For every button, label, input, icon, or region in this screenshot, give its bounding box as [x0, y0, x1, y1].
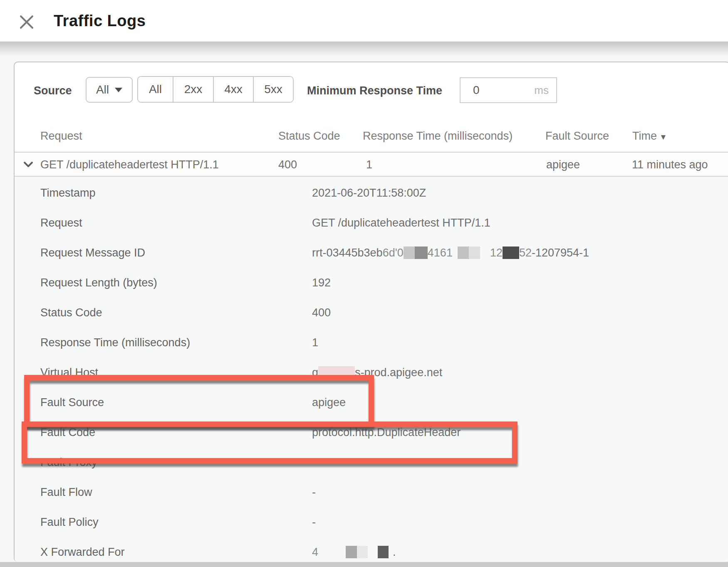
value-text: 12 — [490, 247, 503, 259]
detail-label: Request — [40, 216, 82, 230]
redaction-block — [378, 546, 389, 558]
detail-row: Timestamp 2021-06-20T11:58:00Z — [15, 186, 728, 200]
detail-row: Request GET /duplicateheadertest HTTP/1.… — [15, 216, 728, 230]
redaction-gap — [453, 256, 458, 256]
redaction-block — [503, 247, 519, 259]
detail-value: apigee — [312, 395, 346, 409]
detail-rows: Timestamp 2021-06-20T11:58:00Z Request G… — [15, 177, 728, 562]
detail-row: Virtual Host gs-prod.apigee.net — [15, 365, 728, 380]
redaction-gap — [480, 256, 490, 256]
detail-value: 2021-06-20T11:58:00Z — [312, 186, 426, 200]
column-header-request[interactable]: Request — [40, 129, 82, 143]
detail-value: GET /duplicateheadertest HTTP/1.1 — [312, 216, 490, 230]
value-text: s-prod.apigee.net — [355, 366, 442, 379]
min-response-time-unit: ms — [534, 84, 549, 97]
detail-label: Response Time (milliseconds) — [40, 335, 190, 350]
detail-label: X Forwarded For — [40, 545, 125, 559]
detail-label: Status Code — [40, 306, 102, 320]
detail-row: Response Time (milliseconds) 1 — [15, 335, 728, 350]
detail-value: - — [312, 485, 316, 499]
redaction-gap — [389, 555, 393, 556]
value-text: rrt-03445b3eb — [312, 247, 383, 259]
detail-row: Fault Policy - — [15, 515, 728, 529]
detail-label: Fault Proxy — [40, 455, 97, 469]
min-response-time-input[interactable]: 0 ms — [460, 77, 557, 103]
detail-row: Fault Source apigee — [15, 395, 728, 409]
value-text: 4 — [312, 546, 318, 558]
source-dropdown-value: All — [96, 83, 109, 96]
close-icon[interactable] — [19, 15, 34, 30]
sort-desc-icon: ▼ — [659, 133, 667, 141]
chevron-expand-icon[interactable] — [23, 161, 34, 168]
redaction-block — [469, 247, 480, 259]
redaction-block — [404, 247, 415, 259]
redaction-block — [415, 247, 428, 259]
detail-value: 4. — [312, 545, 396, 559]
detail-value: protocol.http.DuplicateHeader — [312, 425, 461, 439]
page-title: Traffic Logs — [54, 12, 146, 30]
detail-row: Request Message ID rrt-03445b3eb6d'04161… — [15, 246, 728, 260]
detail-value: gs-prod.apigee.net — [312, 365, 442, 380]
value-text: . — [393, 546, 396, 558]
detail-label: Request Length (bytes) — [40, 276, 157, 290]
detail-row: X Forwarded For 4. — [15, 545, 728, 559]
source-filter-label: Source — [34, 84, 72, 97]
row-time: 11 minutes ago — [632, 158, 708, 171]
column-header-time[interactable]: Time▼ — [632, 129, 667, 143]
redaction-block — [346, 546, 357, 558]
detail-label: Virtual Host — [40, 365, 98, 380]
traffic-logs-panel: Source All All 2xx 4xx 5xx Minimum Respo… — [14, 62, 728, 562]
value-text: 4161 — [428, 247, 453, 259]
redaction-gap — [368, 555, 378, 556]
source-dropdown[interactable]: All — [86, 77, 133, 103]
status-filter-5xx-button[interactable]: 5xx — [253, 77, 293, 102]
value-text: g — [312, 366, 318, 379]
status-filter-all-button[interactable]: All — [138, 77, 173, 102]
value-text: -1207954-1 — [532, 247, 589, 259]
row-status-code: 400 — [278, 158, 297, 171]
detail-label: Request Message ID — [40, 246, 145, 260]
detail-label: Fault Code — [40, 425, 95, 439]
column-header-response-time[interactable]: Response Time (milliseconds) — [363, 129, 513, 143]
detail-label: Fault Policy — [40, 515, 99, 529]
column-header-fault-source[interactable]: Fault Source — [545, 129, 609, 143]
redaction-block — [458, 247, 469, 259]
detail-value: - — [312, 515, 316, 529]
detail-value: rrt-03445b3eb6d'041611252-1207954-1 — [312, 246, 589, 260]
row-response-time: 1 — [366, 158, 372, 171]
detail-label: Fault Flow — [40, 485, 92, 499]
detail-row: Status Code 400 — [15, 306, 728, 320]
redaction-block — [357, 546, 368, 558]
detail-row: Request Length (bytes) 192 — [15, 276, 728, 290]
status-filter-4xx-button[interactable]: 4xx — [213, 77, 253, 102]
value-text: 52 — [519, 247, 532, 259]
min-response-time-value: 0 — [473, 84, 534, 97]
detail-value: - — [312, 455, 316, 469]
detail-row: Fault Flow - — [15, 485, 728, 499]
value-text: 6d'0 — [383, 247, 404, 259]
detail-label: Timestamp — [40, 186, 96, 200]
detail-value: 192 — [312, 276, 331, 290]
log-table-row[interactable]: GET /duplicateheadertest HTTP/1.1 400 1 … — [15, 153, 728, 176]
min-response-time-label: Minimum Response Time — [307, 84, 442, 97]
detail-row: Fault Code protocol.http.DuplicateHeader — [15, 425, 728, 439]
detail-value: 400 — [312, 306, 331, 320]
bottom-strip — [0, 562, 728, 567]
detail-label: Fault Source — [40, 395, 104, 409]
column-header-status-code[interactable]: Status Code — [278, 129, 340, 143]
row-request: GET /duplicateheadertest HTTP/1.1 — [40, 158, 219, 171]
detail-row: Fault Proxy - — [15, 455, 728, 469]
app-header: Traffic Logs — [0, 0, 728, 42]
header-shadow — [0, 42, 728, 56]
chevron-down-icon — [115, 88, 122, 92]
row-fault-source: apigee — [546, 158, 580, 171]
redaction-block — [318, 366, 355, 379]
status-filter-2xx-button[interactable]: 2xx — [173, 77, 213, 102]
status-code-filter-group: All 2xx 4xx 5xx — [137, 76, 294, 103]
detail-value: 1 — [312, 335, 318, 350]
redaction-gap — [318, 555, 346, 556]
